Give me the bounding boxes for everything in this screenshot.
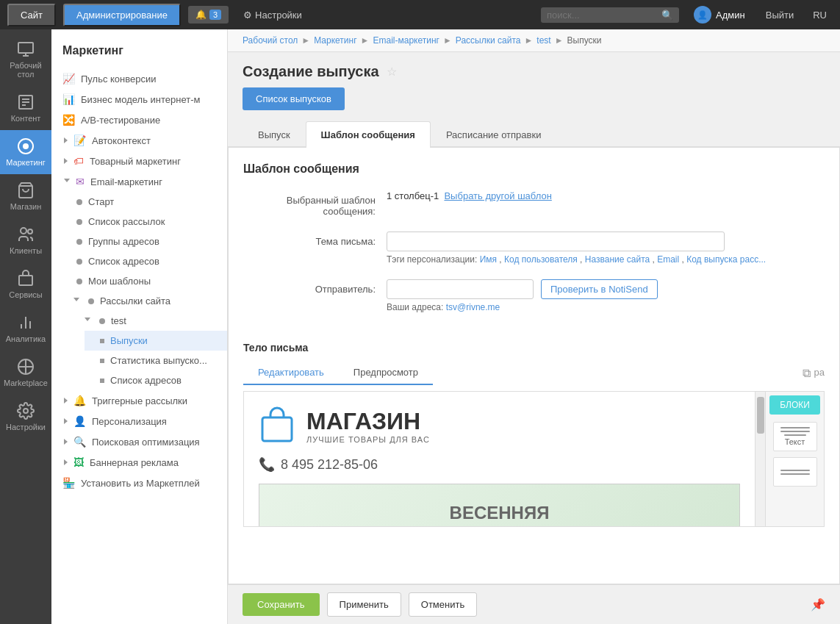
breadcrumb-mailings[interactable]: Рассылки сайта: [456, 35, 521, 46]
nav-item-personal[interactable]: 👤 Персонализация: [51, 411, 227, 431]
user-icon: 👤: [694, 6, 711, 24]
language-selector[interactable]: RU: [807, 6, 833, 24]
panel-title: Шаблон сообщения: [243, 162, 825, 176]
breadcrumb-desktop[interactable]: Рабочий стол: [243, 35, 298, 46]
scrollbar-thumb: [757, 397, 764, 434]
sidebar-item-shop[interactable]: Магазин: [0, 174, 51, 218]
cancel-button[interactable]: Отменить: [409, 592, 477, 617]
sidebar-item-settings-label: Настройки: [6, 423, 46, 431]
sidebar-item-marketplace[interactable]: Marketplace: [0, 351, 51, 395]
body-tab-preview[interactable]: Предпросмотр: [339, 361, 433, 384]
breadcrumb-test[interactable]: test: [536, 35, 550, 46]
subject-label: Тема письма:: [243, 232, 376, 247]
seo-icon: 🔍: [73, 436, 86, 448]
nav-item-mailings-label: Рассылки сайта: [100, 295, 170, 306]
breadcrumb-marketing[interactable]: Маркетинг: [314, 35, 356, 46]
settings-link[interactable]: ⚙ Настройки: [236, 6, 309, 24]
block-text[interactable]: Текст: [773, 422, 817, 451]
blocks-sidebar: БЛОКИ Текст: [765, 392, 824, 526]
nav-item-releases[interactable]: Выпуски: [85, 331, 227, 351]
template-link[interactable]: Выбрать другой шаблон: [444, 190, 551, 201]
block-line-3: [784, 434, 806, 436]
nav-item-email-arrow: [64, 179, 70, 185]
sidebar-item-settings[interactable]: Настройки: [0, 395, 51, 439]
editor-main: МАГАЗИН ЛУЧШИЕ ТОВАРЫ ДЛЯ ВАС 📞 8 495 21…: [244, 392, 755, 526]
sidebar-item-marketing-label: Маркетинг: [6, 158, 45, 167]
editor-scrollbar[interactable]: [755, 392, 765, 526]
tab-schedule[interactable]: Расписание отправки: [431, 121, 557, 148]
your-address-email[interactable]: tsv@rivne.me: [446, 302, 500, 312]
site-button[interactable]: Сайт: [7, 4, 56, 26]
blocks-button[interactable]: БЛОКИ: [769, 395, 820, 415]
tag-site-name[interactable]: Название сайта: [585, 254, 650, 265]
tab-release[interactable]: Выпуск: [243, 121, 306, 148]
sender-control: Проверить в NotiSend Ваши адреса: tsv@ri…: [387, 279, 825, 312]
block-line-2: [780, 431, 810, 432]
nav-item-email-label: Email-маркетинг: [90, 176, 162, 187]
breadcrumb-email[interactable]: Email-маркетинг: [373, 35, 439, 46]
block-item2[interactable]: [773, 457, 817, 487]
tag-release-code[interactable]: Код выпуска расс...: [686, 254, 766, 265]
tab-template[interactable]: Шаблон сообщения: [306, 121, 431, 148]
logout-button[interactable]: Выйти: [760, 6, 800, 24]
your-address-label: Ваши адреса:: [387, 302, 443, 312]
nav-item-templates[interactable]: Мои шаблоны: [62, 271, 227, 291]
sidebar-item-services[interactable]: Сервисы: [0, 262, 51, 306]
nav-item-seo-label: Поисковая оптимизация: [92, 437, 200, 448]
nav-item-addresses[interactable]: Список адресов: [62, 251, 227, 271]
phone-number: 8 495 212-85-06: [281, 457, 378, 473]
save-button[interactable]: Сохранить: [243, 593, 320, 616]
copy-icon[interactable]: ⧉: [803, 367, 811, 380]
apply-button[interactable]: Применить: [327, 592, 401, 617]
nav-item-statistics[interactable]: Статистика выпуско...: [85, 351, 227, 370]
search-input[interactable]: [547, 10, 657, 21]
nav-item-addresses-label: Список адресов: [88, 256, 159, 267]
nav-item-start[interactable]: Старт: [62, 192, 227, 212]
notification-icon: 🔔: [195, 10, 207, 20]
body-tab-edit[interactable]: Редактировать: [243, 361, 339, 385]
user-menu[interactable]: 👤 Админ: [686, 2, 753, 27]
nav-item-autotext[interactable]: 📝 Автоконтекст: [51, 130, 227, 151]
nav-item-product[interactable]: 🏷 Товарный маркетинг: [51, 151, 227, 171]
sidebar-item-analytics[interactable]: Аналитика: [0, 306, 51, 351]
nav-item-mailings[interactable]: Рассылки сайта: [62, 291, 227, 311]
nav-item-business[interactable]: 📊 Бизнес модель интернет-м: [51, 89, 227, 110]
nav-item-trigger-arrow: [64, 398, 68, 404]
nav-item-pulse[interactable]: 📈 Пульс конверсии: [51, 68, 227, 89]
nav-item-email[interactable]: ✉ Email-маркетинг: [51, 171, 227, 192]
list-releases-button[interactable]: Список выпусков: [243, 87, 345, 110]
svg-rect-16: [262, 417, 292, 441]
nav-item-groups[interactable]: Группы адресов: [62, 232, 227, 251]
phone-icon: 📞: [259, 456, 275, 473]
nav-item-groups-label: Группы адресов: [88, 236, 159, 247]
nav-item-list[interactable]: Список рассылок: [62, 212, 227, 232]
sender-input[interactable]: [387, 279, 534, 299]
nav-item-seo[interactable]: 🔍 Поисковая оптимизация: [51, 431, 227, 452]
settings-label: Настройки: [255, 10, 302, 21]
notifications-button[interactable]: 🔔 3: [188, 6, 229, 24]
store-name: МАГАЗИН: [306, 408, 430, 435]
email-icon: ✉: [76, 176, 85, 187]
nav-item-personal-label: Персонализация: [92, 416, 167, 427]
admin-button[interactable]: Администрирование: [63, 4, 181, 26]
tag-user-code[interactable]: Код пользователя: [504, 254, 578, 265]
nav-item-ab[interactable]: 🔀 А/В-тестирование: [51, 110, 227, 130]
tag-email[interactable]: Email: [657, 254, 679, 265]
nav-item-banner[interactable]: 🖼 Баннерная реклама: [51, 452, 227, 473]
pin-icon[interactable]: 📌: [811, 598, 825, 612]
subject-input[interactable]: [387, 232, 725, 251]
sidebar-item-content[interactable]: Контент: [0, 86, 51, 130]
sidebar-item-desktop[interactable]: Рабочий стол: [0, 33, 51, 86]
nav-item-addresses2[interactable]: Список адресов: [85, 370, 227, 390]
sidebar-item-marketing[interactable]: Маркетинг: [0, 130, 51, 174]
sidebar-item-clients[interactable]: Клиенты: [0, 218, 51, 262]
nav-item-test-label: test: [111, 315, 126, 326]
tag-name[interactable]: Имя: [480, 254, 497, 265]
nav-item-marketplace-install[interactable]: 🏪 Установить из Маркетплей: [51, 473, 227, 493]
expand-icon[interactable]: pa: [814, 367, 825, 380]
star-icon[interactable]: ☆: [387, 65, 397, 79]
nav-item-trigger[interactable]: 🔔 Триггерные рассылки: [51, 390, 227, 411]
check-notisend-button[interactable]: Проверить в NotiSend: [541, 279, 658, 299]
sidebar-item-content-label: Контент: [11, 114, 41, 123]
nav-item-test[interactable]: test: [73, 311, 227, 331]
